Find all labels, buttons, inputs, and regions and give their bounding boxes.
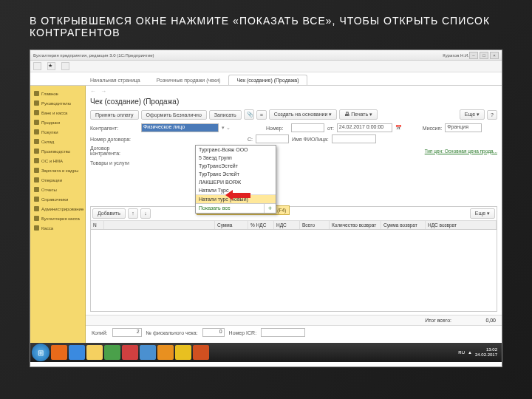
number-input[interactable] [291,123,324,132]
help-icon[interactable]: ? [487,110,497,120]
sidebar-item-operations[interactable]: Операции [30,175,85,185]
sidebar-item-main[interactable]: Главное [30,89,85,98]
sidebar-item-salary[interactable]: Зарплата и кадры [30,166,85,175]
star-icon[interactable]: ★ [47,62,55,70]
sidebar-item-refs[interactable]: Справочники [30,194,85,204]
assets-icon [34,158,39,163]
sales-icon [34,120,39,125]
cash-icon [34,225,39,231]
sidebar-item-sales[interactable]: Продажи [30,117,85,127]
stock-icon [34,139,39,144]
write-button[interactable]: Записать [209,110,242,120]
ppt-icon[interactable] [193,345,209,360]
ie-icon[interactable] [69,345,85,360]
admin-icon [34,206,39,211]
accept-pay-button[interactable]: Принять оплату [90,110,139,120]
dd-item[interactable]: ЛАКШЕРИ ВОЯЖ [196,178,276,186]
sidebar-item-acc-cash[interactable]: Бухгалтерия касса [30,214,85,223]
nav-fwd-icon[interactable]: → [100,88,106,95]
tab-start[interactable]: Начальная страница [82,75,149,85]
mission-input[interactable]: Франция [445,123,482,132]
production-icon [34,149,39,154]
lbl-contract-num: Номер договора: [90,137,138,142]
maximize-button[interactable]: □ [480,52,488,59]
create-by-button[interactable]: Создать на основании ▾ [269,109,338,120]
dd-item[interactable]: ТурТрансЭстейт [196,162,276,170]
contragent-input[interactable]: Физическое лицо [141,123,219,132]
sidebar-item-cash[interactable]: Касса [30,223,85,233]
calendar-icon[interactable]: 📅 [395,125,402,131]
outlook-icon[interactable] [157,345,174,360]
salary-icon [34,168,39,173]
clock[interactable]: 13:02 24.02.2017 [475,347,497,358]
firefox-icon[interactable] [51,345,67,360]
copies-input[interactable]: 2 [112,328,142,337]
skype-icon[interactable] [140,345,156,360]
form-area: Контрагент: Физическое лицо ▾ ⌄ Номер: о… [86,122,502,169]
more-button[interactable]: Еще ▾ [460,109,485,120]
sidebar-item-production[interactable]: Производство [30,146,85,156]
lbl-from: от: [327,126,334,131]
total-value: 0,00 [451,318,496,323]
reports-icon [34,187,39,192]
app2-icon[interactable] [122,345,138,360]
minimize-button[interactable]: – [469,52,478,59]
grid-more-button[interactable]: Еще ▾ [470,208,495,219]
date-input[interactable]: 24.02.2017 0:00:00 [337,123,392,132]
grid-body[interactable] [91,230,497,311]
fiscal-input[interactable]: 0 [202,328,225,337]
sidebar-item-bank[interactable]: Банк и касса [30,108,85,117]
grid-header: N Сумма % НДС НДС Всего Количество возвр… [91,221,497,230]
refs-icon [34,197,39,202]
tab-strip: Начальная страница Розничные продажи (че… [30,72,502,86]
goods-grid: Добавить ↑ ↓ Еще ▾ N Сумма % НДС НДС Все… [90,206,497,312]
up-icon[interactable]: ↑ [128,208,138,219]
operations-icon [34,177,39,183]
dd-item[interactable]: Тургранс-Вояж ООО [196,146,276,154]
add-new-button[interactable]: + [264,204,276,213]
tray-icon[interactable]: ▲ [468,350,472,355]
action-bar: Принять оплату Оформить Безналично Запис… [86,107,502,122]
sidebar-item-admin[interactable]: Администрирование [30,204,85,214]
sidebar-item-stock[interactable]: Склад [30,137,85,146]
cashless-button[interactable]: Оформить Безналично [141,110,207,120]
sidebar-item-reports[interactable]: Отчеты [30,185,85,194]
start-button[interactable]: ⊞ [32,344,50,361]
icr-input[interactable] [261,328,305,337]
sidebar-item-os[interactable]: ОС и НМА [30,156,85,166]
list-icon[interactable]: ≡ [256,110,267,120]
slide-title: В ОТКРЫВШЕМСЯ ОКНЕ НАЖМИТЕ «ПОКАЗАТЬ ВСЕ… [30,15,502,38]
1c-icon[interactable] [175,345,191,360]
down-icon[interactable]: ↓ [140,208,151,219]
price-type-link[interactable]: Тип цен: Основная цена прода... [425,149,497,154]
show-all-button[interactable]: Показать все [196,204,264,213]
dd-item[interactable]: ТурТранс Эстейт [196,170,276,178]
totals-row: Итог всего: 0,00 [86,315,502,325]
add-row-button[interactable]: Добавить [92,208,126,219]
bank-icon [34,110,39,115]
sidebar-item-purchases[interactable]: Покупки [30,127,85,137]
dd-item[interactable]: 5 Звезд Групп [196,154,276,162]
tab-retail[interactable]: Розничные продажи (чеки) [149,75,229,85]
tab-receipt[interactable]: Чек (создание) (Продажа) [228,75,307,85]
s-input[interactable] [256,134,289,143]
explorer-icon[interactable] [86,345,103,360]
screenshot-window: Бухгалтерия предприятия, редакция 3.0 (1… [30,50,502,367]
contragent-dropdown: Тургранс-Вояж ООО 5 Звезд Групп ТурТранс… [195,145,276,214]
app-icon[interactable] [104,345,120,360]
lbl-fio: Имя ФИОЛица: [292,137,329,142]
system-tray: RU ▲ 13:02 24.02.2017 [458,347,500,358]
lang-indicator[interactable]: RU [458,350,465,355]
menu-icon[interactable] [33,62,41,70]
sidebar-item-manager[interactable]: Руководителю [30,98,85,108]
home-icon [34,91,39,96]
sidebar: Главное Руководителю Банк и касса Продаж… [30,86,86,343]
attach-icon[interactable]: 📎 [244,109,254,120]
main-toolbar: ★ [30,61,502,72]
history-icon[interactable] [61,62,69,70]
print-button[interactable]: 🖶 Печать ▾ [339,109,378,120]
fio-input[interactable] [332,134,376,143]
manager-icon [34,100,39,106]
close-button[interactable]: × [490,52,499,59]
nav-back-icon[interactable]: ← [90,88,96,95]
